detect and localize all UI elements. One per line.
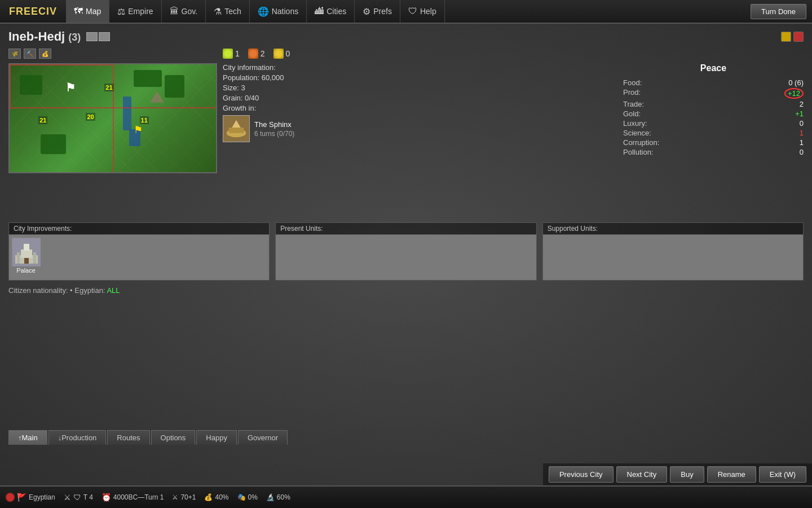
- status-sci-val: 60%: [277, 493, 290, 501]
- tech-icon: ⚗: [214, 6, 222, 17]
- status-civ: Egyptian: [29, 493, 55, 501]
- topbar: FREECIV 🗺 Map ⚖ Empire 🏛 Gov. ⚗ Tech 🌐 N…: [0, 0, 812, 24]
- tab-production[interactable]: ↓Production: [48, 430, 107, 445]
- next-city-button[interactable]: Next City: [616, 466, 668, 483]
- map-icon-btn-3[interactable]: 💰: [39, 49, 51, 59]
- tab-happy[interactable]: Happy: [196, 430, 237, 445]
- status-lux-val: 0%: [248, 493, 258, 501]
- present-units-title: Present Units:: [276, 223, 536, 235]
- tab-governor[interactable]: Governor: [238, 430, 288, 445]
- nav-tech[interactable]: ⚗ Tech: [206, 0, 250, 23]
- svg-rect-9: [33, 252, 36, 264]
- nav-empire-label: Empire: [128, 7, 153, 16]
- map-icon-btn-1[interactable]: 🌾: [8, 49, 21, 59]
- map-border-top: [10, 64, 113, 65]
- rename-button[interactable]: Rename: [707, 466, 756, 483]
- close-button[interactable]: [793, 32, 804, 42]
- status-year: ⏰ 4000BC—Turn 1: [102, 493, 164, 502]
- resource-row: 1 2 0: [223, 49, 804, 59]
- status-sci: 🔬 60%: [266, 493, 290, 501]
- prod-info: The Sphinx 6 turns (0/70): [254, 120, 615, 138]
- status-units-val: 70+1: [180, 493, 196, 501]
- trade-value: 0: [286, 49, 290, 58]
- statusbar: 🚩 Egyptian ⚔ 🛡 T 4 ⏰ 4000BC—Turn 1 ⚔ 70+…: [0, 485, 812, 508]
- tab-main[interactable]: ↑Main: [8, 430, 47, 445]
- nav-empire[interactable]: ⚖ Empire: [109, 0, 161, 23]
- luxury-stat-label: Luxury:: [623, 119, 647, 128]
- city-map[interactable]: ⚑ 21 21 20 11 ⚑: [8, 63, 217, 173]
- corruption-stat-label: Corruption:: [623, 138, 659, 147]
- unit-icon2: 🛡: [73, 493, 81, 502]
- cities-icon: 🏙: [315, 6, 324, 16]
- prod-stat-label: Prod:: [623, 88, 641, 99]
- status-tax-val: 40%: [215, 493, 228, 501]
- turn-done-button[interactable]: Turn Done: [751, 4, 806, 19]
- nav-help[interactable]: 🛡 Help: [400, 0, 445, 23]
- supported-units-content: [543, 235, 803, 280]
- production-name: The Sphinx: [254, 120, 615, 129]
- food-value: 1: [235, 49, 240, 58]
- unit-icon: ⚔: [64, 493, 71, 502]
- present-units-content: [276, 235, 536, 280]
- nav-gov[interactable]: 🏛 Gov.: [162, 0, 206, 23]
- science-stat-val: 1: [770, 129, 804, 137]
- nav-prefs[interactable]: ⚙ Prefs: [355, 0, 400, 23]
- svg-rect-6: [21, 249, 32, 258]
- tab-options[interactable]: Options: [151, 430, 196, 445]
- city-panel: 🌾 🔨 💰 ⚑ 21: [8, 49, 804, 218]
- nav-nations[interactable]: 🌐 Nations: [250, 0, 307, 23]
- city-icon-1: [86, 32, 98, 41]
- terrain-forest-3: [165, 75, 184, 98]
- citizen-line: Citizen nationality: • Egyptian: ALL: [8, 286, 804, 295]
- bottom-panels: City Improvements: Pa: [8, 222, 804, 281]
- status-unit-icons: ⚔ 🛡 T 4: [64, 493, 93, 502]
- production-thumbnail: [223, 115, 250, 142]
- map-icon-btn-2[interactable]: 🔨: [24, 49, 36, 59]
- corruption-stat-row: Corruption: 1: [623, 138, 804, 147]
- svg-rect-7: [24, 244, 29, 251]
- prod-stat-val: +12: [770, 88, 804, 99]
- luxury-stat-val: 0: [770, 119, 804, 128]
- bottom-btn-bar: Previous City Next City Buy Rename Exit …: [543, 463, 812, 485]
- minimize-button[interactable]: [781, 32, 791, 42]
- improvements-title: City Improvements:: [9, 223, 269, 235]
- tab-routes[interactable]: Routes: [107, 430, 149, 445]
- palace-thumbnail: [12, 238, 40, 266]
- terrain-water: [123, 97, 131, 130]
- status-year-val: 4000BC—Turn 1: [113, 493, 164, 501]
- svg-rect-3: [229, 128, 244, 133]
- info-population: Population: 60,000: [223, 73, 615, 82]
- palace-label: Palace: [16, 267, 36, 274]
- prod-stat-row: Prod: +12: [623, 87, 804, 99]
- nav-cities[interactable]: 🏙 Cities: [307, 0, 355, 23]
- right-stats: Peace Food: 0 (6) Prod: +12: [623, 63, 804, 157]
- citizen-highlight: ALL: [107, 286, 120, 295]
- science-stat-row: Science: 1: [623, 128, 804, 138]
- info-city-label: City information:: [223, 63, 615, 72]
- nav-help-label: Help: [420, 7, 436, 16]
- trade-icon: [273, 49, 284, 59]
- terrain-forest-4: [41, 134, 66, 154]
- flag-icon: [6, 493, 15, 502]
- status-tax: 💰 40%: [204, 493, 228, 501]
- exit-button[interactable]: Exit (W): [759, 466, 806, 483]
- buy-button[interactable]: Buy: [670, 466, 704, 483]
- pollution-stat-row: Pollution: 0: [623, 147, 804, 157]
- nav-map[interactable]: 🗺 Map: [66, 0, 109, 23]
- stats-table: Food: 0 (6) Prod: +12 Trade: 2: [623, 78, 804, 157]
- map-icon: 🗺: [74, 6, 83, 16]
- unit-marker: ⚑: [65, 81, 76, 94]
- corruption-stat-val: 1: [770, 138, 804, 147]
- production-widget[interactable]: The Sphinx 6 turns (0/70): [223, 115, 615, 142]
- app-logo: FREECIV: [0, 6, 66, 17]
- status-flag-icon2: 🚩: [17, 493, 27, 502]
- production-turns: 6 turns (0/70): [254, 130, 615, 138]
- nav-prefs-label: Prefs: [373, 7, 392, 16]
- city-title-bar: Ineb-Hedj (3): [8, 29, 804, 44]
- sci-icon: 🔬: [266, 493, 275, 501]
- improvement-palace[interactable]: Palace: [12, 238, 40, 274]
- previous-city-button[interactable]: Previous City: [549, 466, 614, 483]
- nav-cities-label: Cities: [326, 7, 346, 16]
- terrain-forest-2: [134, 70, 162, 87]
- nav-nations-label: Nations: [272, 7, 298, 16]
